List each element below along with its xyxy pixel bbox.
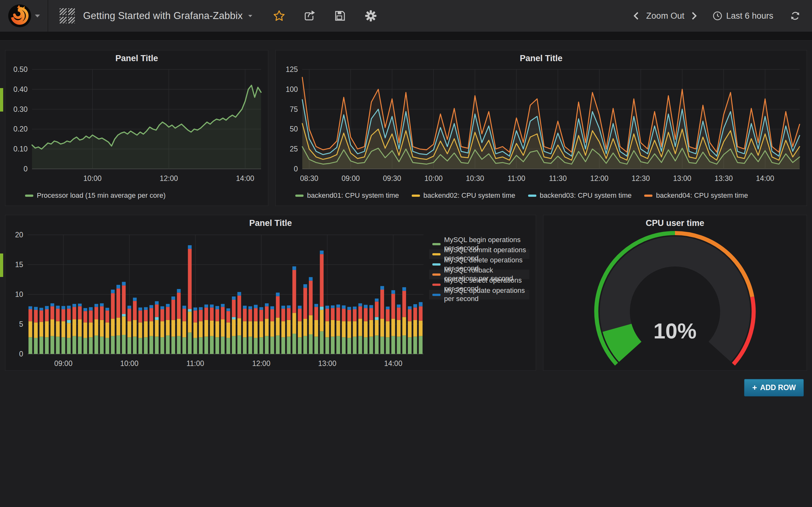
mysql-operations-chart[interactable]: 0510152009:0010:0011:0012:0013:0014:00 xyxy=(5,230,428,371)
bar-segment xyxy=(183,306,186,308)
save-button[interactable] xyxy=(334,10,346,22)
legend-color-dash xyxy=(432,253,441,256)
bar-segment xyxy=(397,320,401,337)
bar-segment xyxy=(347,338,351,354)
dashboard-row-1: Panel Title 00.100.200.300.400.5010:0012… xyxy=(5,50,807,206)
bar-segment xyxy=(408,309,412,321)
legend-item[interactable]: MySQL update operations per second xyxy=(429,290,529,299)
bar-segment xyxy=(89,337,93,354)
bar-segment xyxy=(281,308,285,321)
time-range-picker[interactable]: Last 6 hours xyxy=(713,11,773,21)
bar-segment xyxy=(194,338,197,354)
bar-segment xyxy=(166,307,170,320)
bar-segment xyxy=(248,306,252,309)
save-icon xyxy=(334,10,346,22)
legend-item[interactable]: backend01: CPU system time xyxy=(295,191,399,200)
bar-segment xyxy=(128,337,131,354)
bar-segment xyxy=(380,290,384,319)
bar-segment xyxy=(342,305,346,308)
bar-segment xyxy=(72,336,76,354)
bar-segment xyxy=(397,304,401,307)
bar-segment xyxy=(183,321,186,337)
bar-segment xyxy=(342,308,346,321)
legend-item[interactable]: backend02: CPU system time xyxy=(412,191,515,200)
svg-text:11:30: 11:30 xyxy=(549,174,567,182)
bar-segment xyxy=(254,338,258,354)
row-toggle-strip[interactable] xyxy=(0,88,3,112)
bar-segment xyxy=(293,267,296,270)
row-toggle-strip[interactable] xyxy=(0,253,3,277)
legend-label: MySQL update operations per second xyxy=(444,286,526,303)
bar-segment xyxy=(149,308,153,321)
bar-segment xyxy=(364,305,368,308)
star-button[interactable] xyxy=(273,10,285,22)
legend-item[interactable]: Processor load (15 min average per core) xyxy=(25,191,165,200)
dashboard-row-2: Panel Title 0510152009:0010:0011:0012:00… xyxy=(5,215,807,371)
share-button[interactable] xyxy=(304,10,316,22)
svg-text:14:00: 14:00 xyxy=(236,174,254,182)
panel-title[interactable]: Panel Title xyxy=(275,50,807,66)
bar-segment xyxy=(116,288,120,318)
bar-segment xyxy=(303,336,307,354)
bar-segment xyxy=(221,304,224,307)
panel-title[interactable]: CPU user time xyxy=(543,215,807,230)
bar-segment xyxy=(237,318,241,335)
bar-segment xyxy=(188,245,192,249)
dashboard-grid-icon xyxy=(60,8,75,23)
panel-title[interactable]: Panel Title xyxy=(5,215,536,230)
bar-segment xyxy=(331,320,335,337)
bar-segment xyxy=(265,319,269,336)
bar-segment xyxy=(325,306,329,308)
bar-segment xyxy=(408,306,412,309)
svg-text:11:00: 11:00 xyxy=(187,359,204,368)
navbar: Getting Started with Grafana-Zabbix xyxy=(0,0,812,32)
bar-segment xyxy=(325,308,329,321)
bar-segment xyxy=(34,338,38,354)
bar-segment xyxy=(331,337,335,354)
bar-segment xyxy=(100,303,104,306)
bar-segment xyxy=(237,292,241,296)
bar-segment xyxy=(358,303,362,306)
bar-segment xyxy=(402,336,406,354)
bar-segment xyxy=(298,308,302,321)
svg-text:09:00: 09:00 xyxy=(54,359,72,368)
bar-segment xyxy=(243,308,247,321)
add-row-label: ADD ROW xyxy=(760,383,796,392)
gauge-value-arc xyxy=(617,328,630,352)
panel-title[interactable]: Panel Title xyxy=(5,50,268,66)
dashboard-title[interactable]: Getting Started with Grafana-Zabbix xyxy=(83,10,243,21)
bar-segment xyxy=(78,320,82,337)
bar-segment xyxy=(188,309,192,312)
legend-color-dash xyxy=(295,194,304,197)
legend-color-dash xyxy=(432,284,441,286)
svg-text:14:00: 14:00 xyxy=(756,174,774,182)
legend-label: Processor load (15 min average per core) xyxy=(37,191,165,200)
refresh-button[interactable] xyxy=(790,10,801,21)
settings-button[interactable] xyxy=(364,9,377,22)
dashboard-actions xyxy=(273,9,377,22)
svg-text:0.50: 0.50 xyxy=(13,66,28,73)
processor-load-chart[interactable]: 00.100.200.300.400.5010:0012:0014:00 xyxy=(5,66,268,185)
bar-segment xyxy=(204,307,208,320)
zoom-out-left-button[interactable] xyxy=(633,11,639,20)
bar-segment xyxy=(188,312,192,333)
bar-segment xyxy=(67,323,71,338)
legend-item[interactable]: backend04: CPU system time xyxy=(644,191,748,200)
zoom-out-label[interactable]: Zoom Out xyxy=(646,11,684,21)
bar-segment xyxy=(29,309,32,321)
grafana-logo-menu[interactable] xyxy=(0,0,48,32)
bar-segment xyxy=(248,337,252,354)
bar-segment xyxy=(314,307,318,320)
legend-item[interactable]: backend03: CPU system time xyxy=(528,191,632,200)
add-row-button[interactable]: + ADD ROW xyxy=(744,379,804,396)
share-icon xyxy=(304,10,316,22)
bar-segment xyxy=(61,309,65,321)
bar-segment xyxy=(204,337,208,354)
zoom-out-right-button[interactable] xyxy=(691,11,698,20)
chevron-down-icon[interactable] xyxy=(248,14,252,17)
bar-segment xyxy=(39,308,43,311)
bar-segment xyxy=(84,308,87,311)
cpu-system-time-chart[interactable]: 025507510012508:3009:0009:3010:0010:3011… xyxy=(275,66,807,185)
bar-segment xyxy=(353,307,357,309)
bar-segment xyxy=(133,297,137,301)
